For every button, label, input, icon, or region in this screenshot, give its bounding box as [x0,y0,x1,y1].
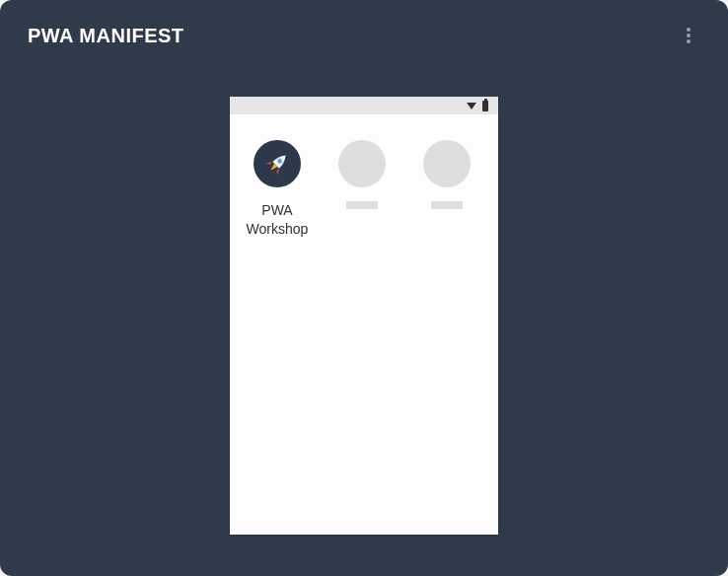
card-header: PWA MANIFEST [0,0,728,67]
placeholder-icon [338,140,386,187]
svg-point-2 [687,39,691,43]
kebab-menu-button[interactable] [677,24,700,47]
phone-mockup: PWA Workshop [230,97,498,535]
wifi-icon [467,103,476,109]
app-item-pwa-workshop[interactable]: PWA Workshop [244,140,311,239]
phone-status-bar [230,97,498,114]
svg-point-1 [687,34,691,37]
card-body: PWA Workshop [0,67,728,576]
card-title: PWA MANIFEST [28,25,184,47]
app-item-placeholder [413,140,480,209]
placeholder-icon [423,140,471,187]
app-item-placeholder [328,140,396,209]
home-screen: PWA Workshop [230,114,498,535]
pwa-manifest-card: PWA MANIFEST [0,0,728,576]
kebab-icon [687,28,691,43]
placeholder-label [346,201,378,209]
svg-point-0 [687,28,691,32]
rocket-icon [254,140,301,187]
app-label: PWA Workshop [244,201,311,239]
battery-icon [482,101,488,111]
placeholder-label [431,201,463,209]
